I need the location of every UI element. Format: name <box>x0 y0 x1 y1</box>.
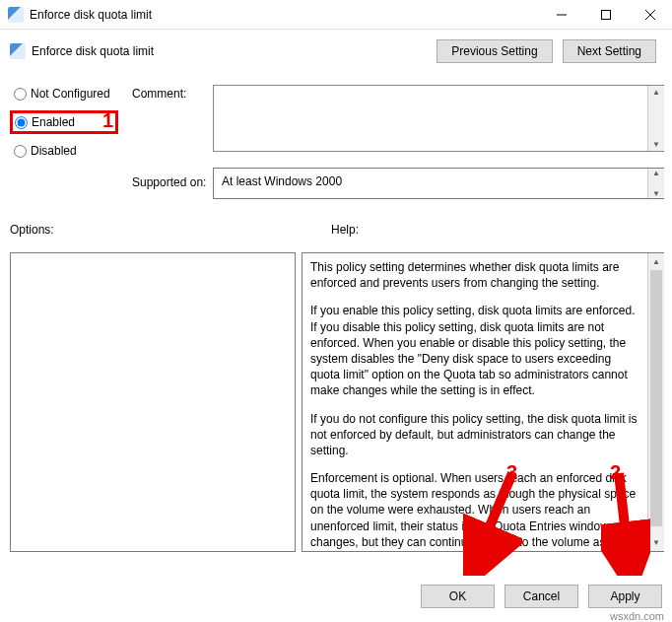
supported-on-label: Supported on: <box>132 175 206 189</box>
scroll-up-icon: ▲ <box>652 88 660 97</box>
close-button[interactable] <box>628 0 672 30</box>
scroll-down-icon: ▼ <box>648 534 664 551</box>
help-label: Help: <box>331 223 359 237</box>
policy-icon <box>10 43 26 59</box>
annotation-1: 1 <box>102 109 113 132</box>
radio-not-configured[interactable]: Not Configured <box>14 87 118 101</box>
dialog-button-row: OK Cancel Apply <box>421 585 662 608</box>
window-titlebar: Enforce disk quota limit <box>0 0 672 30</box>
scroll-down-icon: ▼ <box>652 140 660 149</box>
dialog-header: Enforce disk quota limit Previous Settin… <box>0 30 672 67</box>
radio-disabled-input[interactable] <box>14 145 27 158</box>
dialog-title: Enforce disk quota limit <box>32 44 437 58</box>
scroll-up-icon: ▲ <box>652 169 660 177</box>
scroll-up-icon: ▲ <box>648 253 664 270</box>
help-pane: This policy setting determines whether d… <box>302 252 664 552</box>
window-title: Enforce disk quota limit <box>30 8 152 22</box>
watermark: wsxdn.com <box>610 610 664 622</box>
annotation-3: 3 <box>506 461 517 484</box>
radio-not-configured-input[interactable] <box>14 88 27 101</box>
radio-disabled[interactable]: Disabled <box>14 144 118 158</box>
maximize-button[interactable] <box>583 0 628 30</box>
radio-enabled-label: Enabled <box>32 115 75 129</box>
help-paragraph: Enforcement is optional. When users reac… <box>310 470 641 552</box>
supported-on-value-box: At least Windows 2000 <box>213 168 664 199</box>
help-paragraph: This policy setting determines whether d… <box>310 259 641 291</box>
help-scrollbar[interactable]: ▲ ▼ <box>647 253 664 551</box>
help-paragraph: If you do not configure this policy sett… <box>310 411 641 459</box>
next-setting-button[interactable]: Next Setting <box>563 39 656 63</box>
comment-label: Comment: <box>132 87 186 101</box>
previous-setting-button[interactable]: Previous Setting <box>437 39 552 63</box>
help-paragraph: If you enable this policy setting, disk … <box>310 303 641 398</box>
state-radio-group: Not Configured Enabled Disabled <box>0 77 118 158</box>
app-icon <box>8 7 24 23</box>
options-label: Options: <box>10 223 54 237</box>
supported-scrollbar[interactable]: ▲ ▼ <box>647 169 664 198</box>
scroll-down-icon: ▼ <box>652 189 660 198</box>
supported-on-value: At least Windows 2000 <box>222 174 342 188</box>
scroll-thumb[interactable] <box>650 270 662 526</box>
ok-button[interactable]: OK <box>421 585 495 608</box>
radio-disabled-label: Disabled <box>31 144 77 158</box>
options-pane <box>10 252 296 552</box>
radio-enabled-input[interactable] <box>15 116 28 129</box>
radio-enabled[interactable]: Enabled <box>15 115 96 129</box>
annotation-2: 2 <box>610 461 621 484</box>
comment-scrollbar[interactable]: ▲ ▼ <box>647 86 664 151</box>
svg-rect-1 <box>601 10 610 19</box>
radio-not-configured-label: Not Configured <box>31 87 110 101</box>
cancel-button[interactable]: Cancel <box>504 585 578 608</box>
minimize-button[interactable] <box>539 0 583 30</box>
apply-button[interactable]: Apply <box>588 585 662 608</box>
comment-input[interactable] <box>213 85 664 152</box>
